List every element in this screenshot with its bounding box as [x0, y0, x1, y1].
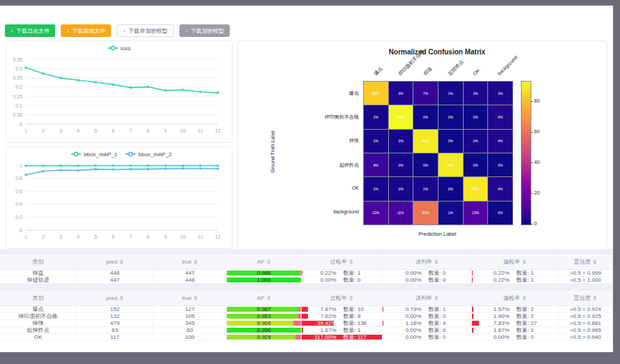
ap-remainder-bar — [297, 314, 301, 319]
sort-icon[interactable] — [434, 259, 438, 264]
sort-icon[interactable] — [593, 259, 597, 264]
ap-value: 0.900 — [257, 320, 271, 326]
column-header-ap[interactable]: AP — [227, 291, 302, 306]
rate-value: 0.00% — [395, 334, 422, 340]
cell-misjudge-rate: 0.00% 数量: 0 — [383, 313, 472, 320]
colorbar-tick — [531, 224, 533, 225]
cell-miss-rate: 0.22% 数量: 1 — [472, 277, 559, 284]
sort-icon[interactable] — [349, 259, 353, 264]
sort-icon[interactable] — [193, 259, 198, 264]
sort-icon[interactable] — [349, 296, 353, 301]
svg-text:0.25: 0.25 — [13, 75, 22, 80]
cell-ap: 0.953 — [227, 313, 302, 320]
column-label: 类别 — [33, 258, 44, 266]
column-header-pred[interactable]: pred — [77, 255, 154, 270]
cell-misjudge-rate: 0.00% 数量: 0 — [383, 327, 472, 334]
rate-value: 0.79% — [395, 306, 422, 312]
matrix-col-label: 焊珠 — [422, 66, 433, 77]
column-label: 漏检率 — [503, 258, 520, 266]
column-header-over[interactable]: 过检率 — [302, 291, 383, 306]
svg-text:0.3: 0.3 — [15, 66, 22, 71]
sort-icon[interactable] — [119, 296, 124, 301]
loss-chart: 00.050.10.150.20.250.30.3512345678910111… — [6, 41, 232, 142]
cell-over-rate: 39.42% 数量: 136 — [302, 320, 383, 327]
cell-miss-rate: 1.67% 数量: 1 — [472, 327, 559, 334]
column-header-conf[interactable]: 置信度 — [559, 291, 613, 306]
cell-misjudge-rate: 0.00% 数量: 0 — [383, 270, 472, 277]
cell-pred: 447 — [77, 277, 154, 284]
cell-misjudge-rate: 0.79% 数量: 1 — [383, 306, 472, 313]
column-header-conf[interactable]: 置信度 — [559, 255, 613, 270]
cell-misjudge-rate: 1.16% 数量: 4 — [383, 320, 472, 327]
cell-class: 焊缝轨迹 — [0, 277, 77, 284]
rate-count: 数量: 0 — [429, 327, 459, 334]
rate-value: 0.00% — [483, 334, 510, 340]
rate-count: 数量: 1 — [517, 270, 547, 277]
legend-item-bbox_mAP_2[interactable]: bbox_mAP_2 — [126, 151, 172, 158]
legend-item-loss[interactable]: loss — [108, 45, 131, 52]
column-label: 误判率 — [415, 258, 432, 266]
cell-true: 60 — [154, 327, 227, 334]
rate-value: 117.00% — [310, 334, 337, 340]
heatmap-cell: 13% — [464, 202, 488, 225]
rate-value: 7.87% — [310, 306, 337, 312]
rate-value: 0.00% — [395, 313, 422, 319]
column-header-mis[interactable]: 误判率 — [383, 291, 472, 306]
heatmap-cell: 1% — [438, 202, 463, 225]
cell-true: 127 — [154, 306, 227, 313]
download-button-label: 下载简报文件 — [72, 27, 105, 35]
download-button-4[interactable]: ↓下载加密模型 — [179, 24, 230, 37]
column-header-mis[interactable]: 误判率 — [383, 255, 472, 270]
column-header-over[interactable]: 过检率 — [302, 255, 383, 270]
sort-icon[interactable] — [267, 259, 271, 264]
sort-icon[interactable] — [193, 296, 198, 301]
heatmap-cell: 93% — [389, 105, 413, 128]
rate-count: 数量: 2 — [517, 313, 547, 320]
cell-over-rate: 1.67% 数量: 1 — [302, 327, 383, 334]
matrix-col-label: 爆点 — [372, 66, 383, 77]
heatmap-cell: 0% — [464, 153, 488, 176]
download-button-label: 下载日志文件 — [16, 27, 50, 35]
sort-icon[interactable] — [267, 296, 271, 301]
cell-over-rate: 7.87% 数量: 10 — [302, 306, 383, 313]
svg-text:0.1: 0.1 — [15, 103, 22, 108]
matrix-row-label: OK — [279, 185, 359, 190]
rate-count: 数量: 0 — [429, 277, 459, 284]
heatmap-cell: 0% — [464, 105, 488, 128]
loss-chart-card: 00.050.10.150.20.250.30.3512345678910111… — [6, 40, 232, 143]
sort-icon[interactable] — [593, 296, 597, 301]
download-icon: ↓ — [185, 28, 188, 33]
heatmap-cell: 8% — [364, 153, 388, 176]
column-header-true[interactable]: true — [154, 291, 227, 306]
table-row: 焊印面积不合格 132 105 0.953 7.62% 数量: 8 0.00% … — [0, 313, 613, 320]
heatmap-cell: 2% — [389, 153, 413, 176]
legend-item-bbox_mAP_1[interactable]: bbox_mAP_1 — [71, 151, 118, 158]
column-label: 过检率 — [330, 258, 347, 266]
rate-count: 数量: 0 — [517, 334, 547, 341]
heatmap-cell: 4% — [488, 105, 512, 128]
column-header-pred[interactable]: pred — [77, 291, 154, 306]
cell-ap: 0.967 — [227, 306, 302, 313]
sort-icon[interactable] — [522, 259, 526, 264]
column-header-true[interactable]: true — [154, 255, 227, 270]
cell-over-rate: 117.00% 数量: 117 — [302, 334, 383, 341]
rate-count: 数量: 0 — [429, 334, 459, 341]
rate-count: 数量: 4 — [429, 320, 459, 327]
sort-icon[interactable] — [434, 296, 438, 301]
table-row: 焊珠 479 345 0.900 39.42% 数量: 136 1.16% 数量… — [0, 320, 613, 327]
column-header-miss[interactable]: 漏检率 — [472, 291, 559, 306]
cell-class: 焊盘 — [0, 270, 77, 277]
cell-true: 345 — [154, 320, 227, 327]
download-button-1[interactable]: ↓下载日志文件 — [5, 24, 55, 37]
sort-icon[interactable] — [522, 296, 526, 301]
column-header-ap[interactable]: AP — [227, 255, 302, 270]
download-button-3[interactable]: ↓下载非加密模型 — [117, 24, 174, 37]
cell-ap: 0.986 — [227, 270, 302, 277]
download-button-2[interactable]: ↓下载简报文件 — [61, 24, 111, 37]
cell-miss-rate: 1.57% 数量: 2 — [472, 306, 559, 313]
cell-misjudge-rate: 0.00% 数量: 0 — [383, 334, 472, 341]
sort-icon[interactable] — [119, 259, 124, 264]
column-header-miss[interactable]: 漏检率 — [472, 255, 559, 270]
svg-text:bbox_mAP_1: bbox_mAP_1 — [84, 151, 118, 158]
svg-text:3: 3 — [59, 128, 62, 133]
